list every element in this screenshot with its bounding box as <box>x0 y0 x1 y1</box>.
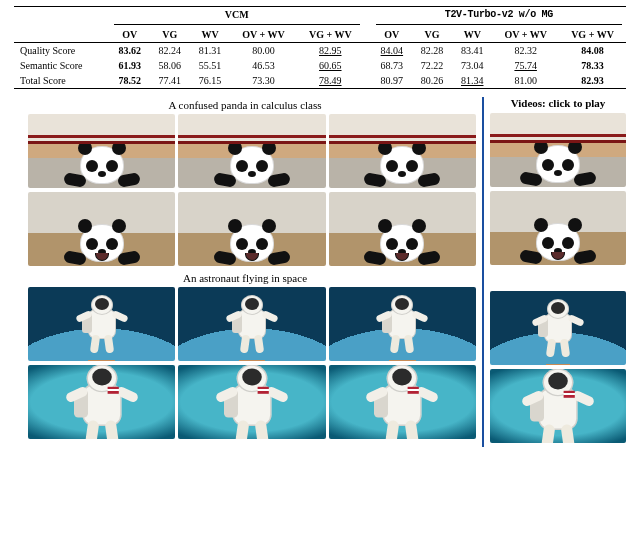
video-thumbnail[interactable] <box>490 191 626 265</box>
video-frame <box>329 192 476 266</box>
video-frame <box>178 192 325 266</box>
table-cell: 75.74 <box>492 58 559 73</box>
table-cell: 80.26 <box>412 73 452 89</box>
video-thumbnail[interactable] <box>490 113 626 187</box>
table-cell: 81.31 <box>190 43 230 59</box>
group-header-vcm: VCM <box>110 7 364 23</box>
table-cell: 72.22 <box>412 58 452 73</box>
row-label: Total Score <box>14 73 110 89</box>
table-cell: 82.24 <box>150 43 190 59</box>
videos-click-to-play: Videos: click to play <box>490 97 626 109</box>
table-cell: 81.34 <box>452 73 492 89</box>
table-cell: 68.73 <box>372 58 412 73</box>
table-cell: 82.93 <box>559 73 626 89</box>
results-table: VCM T2V-Turbo-v2 w/o MG OVVGWVOV + WVVG … <box>14 6 626 89</box>
table-cell: 73.30 <box>230 73 297 89</box>
table-row: Quality Score83.6282.2481.3180.0082.9584… <box>14 43 626 59</box>
table-cell: 60.65 <box>297 58 364 73</box>
video-frame <box>28 114 175 188</box>
row-label: Semantic Score <box>14 58 110 73</box>
table-row: Semantic Score61.9358.0655.5146.5360.656… <box>14 58 626 73</box>
table-cell: 46.53 <box>230 58 297 73</box>
caption-astronaut: An astronaut flying in space <box>14 272 476 284</box>
video-frame <box>329 287 476 361</box>
table-cell: 73.04 <box>452 58 492 73</box>
table-cell: 55.51 <box>190 58 230 73</box>
group-header-t2v: T2V-Turbo-v2 w/o MG <box>372 7 626 23</box>
video-frame <box>178 365 325 439</box>
video-frame <box>28 192 175 266</box>
table-cell: 78.52 <box>110 73 150 89</box>
table-cell: 58.06 <box>150 58 190 73</box>
table-cell: 77.41 <box>150 73 190 89</box>
video-frame <box>178 114 325 188</box>
astro-row-wv: WV <box>14 287 476 361</box>
table-cell: 84.04 <box>372 43 412 59</box>
video-thumbnail[interactable] <box>490 369 626 443</box>
table-cell: 81.00 <box>492 73 559 89</box>
table-cell: 82.95 <box>297 43 364 59</box>
table-cell: 83.62 <box>110 43 150 59</box>
table-cell: 78.33 <box>559 58 626 73</box>
table-cell: 82.32 <box>492 43 559 59</box>
astro-row-vgwv: VG + WV <box>14 365 476 439</box>
row-label: Quality Score <box>14 43 110 59</box>
panda-row-wv: WV <box>14 114 476 188</box>
video-frame <box>28 287 175 361</box>
table-row: Total Score78.5277.4176.1573.3078.4980.9… <box>14 73 626 89</box>
table-cell: 61.93 <box>110 58 150 73</box>
table-cell: 78.49 <box>297 73 364 89</box>
video-thumbnail[interactable] <box>490 291 626 365</box>
panda-row-vgwv: VG + WV <box>14 192 476 266</box>
video-frame <box>28 365 175 439</box>
video-frame <box>329 114 476 188</box>
caption-panda: A confused panda in calculus class <box>14 99 476 111</box>
table-cell: 80.97 <box>372 73 412 89</box>
figure: A confused panda in calculus class WV VG… <box>14 97 626 447</box>
table-cell: 80.00 <box>230 43 297 59</box>
table-cell: 83.41 <box>452 43 492 59</box>
table-cell: 84.08 <box>559 43 626 59</box>
table-cell: 76.15 <box>190 73 230 89</box>
column-headers: OVVGWVOV + WVVG + WV OVVGWVOV + WVVG + W… <box>14 27 626 43</box>
video-frame <box>329 365 476 439</box>
video-frame <box>178 287 325 361</box>
table-cell: 82.28 <box>412 43 452 59</box>
